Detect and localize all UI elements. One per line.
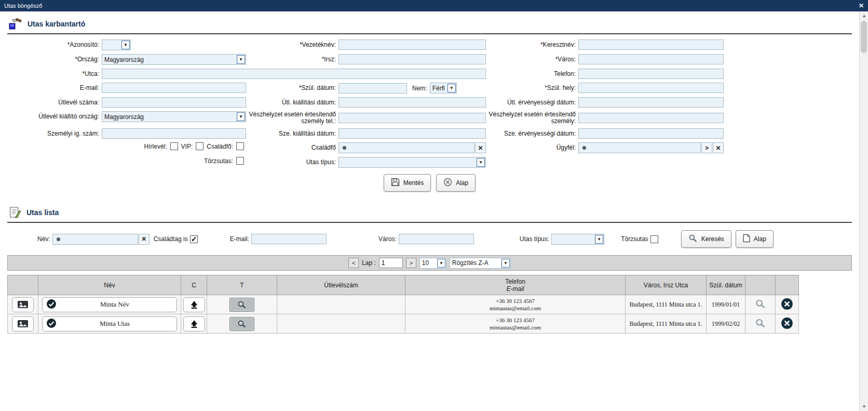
szul-datum-input[interactable] — [338, 83, 407, 94]
contact-cell: +36 30 123 4567 mintautas@email.com — [405, 295, 626, 314]
chevron-down-icon: ▼ — [477, 158, 485, 167]
passenger-table: Név C T Útlevélszám Telefon E-mail Város… — [7, 275, 799, 334]
irsz-input[interactable] — [338, 54, 486, 64]
page-size-select[interactable]: 10▼ — [419, 258, 446, 269]
lap-label: Lap : — [362, 259, 376, 267]
family-upload-button[interactable] — [183, 316, 205, 332]
chevron-down-icon: ▼ — [237, 112, 245, 121]
vertical-scrollbar[interactable]: ▲ ▼ — [859, 11, 868, 411]
page-number-input[interactable] — [379, 258, 403, 268]
mentes-button[interactable]: Mentés — [384, 174, 431, 192]
alap-form-button[interactable]: Alap — [436, 174, 476, 192]
hirlevel-checkbox[interactable] — [170, 142, 178, 150]
telefon-input[interactable] — [578, 69, 724, 79]
email-input[interactable] — [102, 83, 246, 93]
filter-nev-label: Név: — [37, 235, 52, 243]
filter-nev-picker[interactable] — [52, 234, 138, 245]
utl-ervenyessegi-input[interactable] — [578, 97, 724, 108]
prev-page-button[interactable]: < — [348, 258, 359, 268]
next-page-button[interactable]: > — [406, 258, 416, 268]
scroll-up-icon[interactable]: ▲ — [860, 11, 868, 20]
x-circle-icon — [781, 317, 793, 329]
csaladfo-clear-button[interactable]: ✕ — [475, 142, 486, 153]
photo-button[interactable] — [12, 316, 34, 332]
azonosito-select[interactable]: ▼ — [102, 39, 131, 50]
view-passenger-button[interactable] — [755, 322, 766, 329]
vip-checkbox[interactable] — [196, 142, 204, 150]
filter-utas-tipus-select[interactable]: ▼ — [551, 234, 604, 245]
sze-kiallitasi-label: Sze. kiállítási dátum: — [246, 130, 338, 137]
photo-button[interactable] — [12, 297, 34, 312]
chevron-down-icon: ▼ — [237, 55, 245, 64]
alap-list-button[interactable]: Alap — [736, 230, 774, 248]
family-upload-button[interactable] — [183, 297, 205, 312]
filter-varos-input[interactable] — [399, 234, 474, 244]
utl-kiallitasi-input[interactable] — [338, 97, 486, 108]
col-view — [745, 275, 776, 295]
utas-tipus-select[interactable]: ▼ — [338, 157, 486, 168]
utas-tipus-label: Utas típus: — [246, 159, 338, 166]
hirlevel-label: Hírlevél: — [144, 143, 167, 150]
bullet-icon — [582, 146, 586, 150]
select-passenger-button[interactable]: Minta Név — [42, 297, 177, 312]
filter-nev-clear-button[interactable]: ✕ — [139, 234, 150, 245]
veszhelyzet-szemely-input[interactable] — [578, 113, 724, 123]
form-section-title: Utas karbantartó — [28, 20, 85, 28]
csaladfo-picker[interactable] — [338, 142, 474, 153]
ugyfel-picker[interactable] — [578, 142, 701, 153]
delete-passenger-button[interactable] — [781, 324, 793, 331]
filter-torzsutas-checkbox[interactable] — [650, 235, 658, 243]
col-nev: Név — [38, 275, 181, 295]
scroll-down-icon[interactable]: ▼ — [860, 402, 868, 411]
csaladtag-label: Családtag is — [154, 235, 190, 243]
csaladfo-checkbox[interactable] — [236, 142, 244, 150]
utlevel-szama-label: Útlevél száma: — [7, 99, 102, 106]
utlevel-kiallito-orszag-select[interactable]: Magyarország▼ — [102, 111, 246, 122]
varos-input[interactable] — [578, 54, 724, 64]
keresztnev-input[interactable] — [578, 39, 724, 50]
col-szul-datum: Szül. dátum — [707, 275, 745, 295]
orszag-select[interactable]: Magyarország▼ — [102, 54, 246, 65]
kereses-button[interactable]: Keresés — [681, 230, 731, 248]
csaladtag-checkbox[interactable] — [190, 235, 198, 243]
utca-input[interactable] — [102, 69, 486, 79]
utca-label: *Utca: — [7, 71, 102, 77]
magnifier-icon — [755, 318, 766, 328]
torzsutas-label: Törzsutas: — [204, 157, 233, 165]
sze-kiallitasi-input[interactable] — [338, 128, 486, 139]
filter-utas-tipus-label: Utas típus: — [520, 235, 551, 243]
passenger-name: Minta Utas — [57, 320, 173, 328]
nem-select[interactable]: Férfi▼ — [430, 83, 457, 94]
detail-search-button[interactable] — [229, 317, 254, 331]
filter-torzsutas-label: Törzsutas — [621, 235, 650, 243]
utlevel-szama-input[interactable] — [102, 97, 246, 108]
list-section-header: Utas lista — [7, 205, 852, 223]
szul-hely-input[interactable] — [578, 83, 724, 93]
chevron-down-icon: ▼ — [595, 235, 603, 244]
close-icon[interactable]: ✕ — [859, 2, 864, 9]
vezeteknev-input[interactable] — [338, 39, 486, 50]
szemelyi-ig-szam-input[interactable] — [102, 128, 246, 139]
torzsutas-checkbox[interactable] — [236, 157, 244, 165]
search-icon — [237, 300, 247, 309]
col-photo — [8, 275, 38, 295]
veszhelyzet-tel-input[interactable] — [338, 113, 486, 123]
sort-select[interactable]: Rögzítés Z-A▼ — [450, 258, 511, 269]
ugyfel-clear-button[interactable]: ✕ — [713, 142, 724, 153]
veszhelyzet-tel-label: Vészhelyzet esetén értesítendő személy t… — [246, 111, 338, 125]
pagination-bar: < Lap : > 10▼ Rögzítés Z-A▼ — [7, 255, 852, 271]
delete-passenger-button[interactable] — [781, 304, 793, 312]
sze-ervenyessegi-input[interactable] — [578, 128, 724, 139]
filter-varos-label: Város: — [378, 235, 399, 243]
varos-label: *Város: — [486, 56, 578, 63]
scrollbar-thumb[interactable] — [861, 21, 867, 53]
image-icon — [17, 320, 29, 328]
view-passenger-button[interactable] — [755, 303, 766, 310]
col-varos-irsz-utca: Város, Irsz Utca — [626, 275, 707, 295]
select-passenger-button[interactable]: Minta Utas — [42, 316, 177, 332]
azonosito-label: *Azonosító: — [7, 42, 102, 48]
detail-search-button[interactable] — [229, 298, 254, 312]
filter-email-input[interactable] — [251, 234, 327, 244]
ugyfel-open-button[interactable]: > — [701, 142, 712, 153]
table-row: Minta Utas — [8, 314, 799, 334]
